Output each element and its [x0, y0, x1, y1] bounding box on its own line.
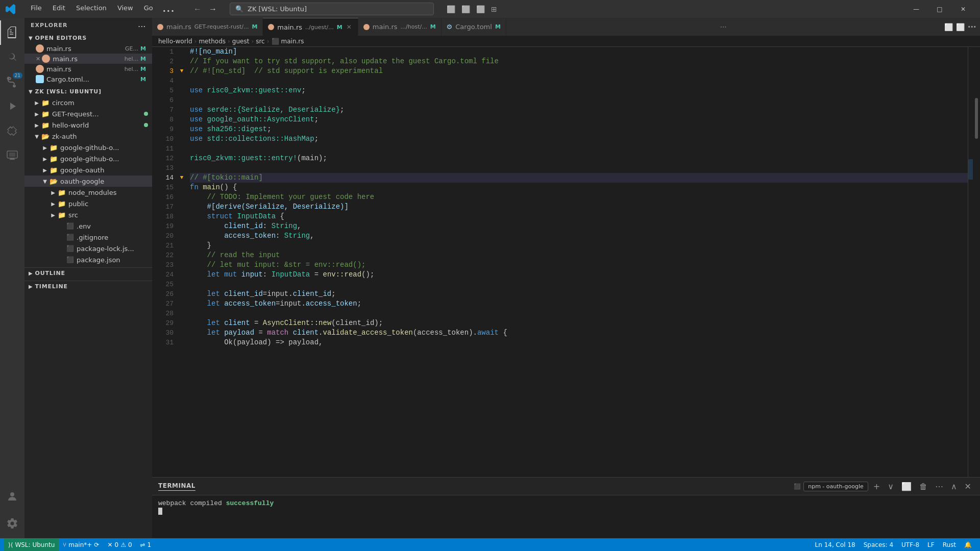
terminal-more-icon[interactable]: ⋯	[933, 481, 946, 492]
sidebar-more-icon[interactable]: ...	[138, 22, 146, 29]
tree-item-zk-auth[interactable]: ▼ 📂 zk-auth	[24, 131, 152, 142]
branch-icon: ⑂	[63, 541, 66, 548]
tree-item-gitignore[interactable]: ⬛ .gitignore	[24, 232, 152, 243]
menu-view[interactable]: View	[113, 3, 137, 15]
tab-3[interactable]: ⚙ Cargo.toml M	[442, 18, 506, 36]
open-editor-item-1[interactable]: ✕ main.rs hel... M	[24, 54, 152, 64]
gutter-4	[178, 76, 186, 86]
sidebar: EXPLORER ... ▼ OPEN EDITORS main.rs GE..…	[24, 18, 152, 538]
tree-item-node-modules[interactable]: ▶ 📁 node_modules	[24, 187, 152, 198]
tree-item-src[interactable]: ▶ 📁 src	[24, 209, 152, 220]
gutter-12	[178, 154, 186, 163]
tree-item-ggo-1[interactable]: ▶ 📁 google-github-o...	[24, 142, 152, 153]
close-button[interactable]: ✕	[951, 0, 975, 18]
status-ln-col[interactable]: Ln 14, Col 18	[811, 538, 860, 551]
menu-edit[interactable]: Edit	[48, 3, 69, 15]
open-editor-item-2[interactable]: main.rs hel... M	[24, 64, 152, 74]
layout-btn-4[interactable]: ⊞	[488, 4, 500, 14]
breadcrumb-part-1[interactable]: methods	[199, 38, 226, 45]
status-language[interactable]: Rust	[939, 538, 960, 551]
terminal-tab[interactable]: TERMINAL	[158, 482, 195, 491]
activity-item-settings[interactable]	[0, 511, 24, 536]
timeline-header[interactable]: ▶ TIMELINE	[24, 281, 152, 292]
tree-item-public[interactable]: ▶ 📁 public	[24, 198, 152, 209]
status-bell[interactable]: 🔔	[960, 538, 976, 551]
status-branch[interactable]: ⑂ main*+ ⟳	[59, 538, 103, 551]
terminal-chevron-icon[interactable]: ∨	[885, 481, 896, 492]
activity-item-accounts[interactable]	[0, 484, 24, 509]
tab-close-1[interactable]: ✕	[346, 23, 353, 31]
tab-more-button[interactable]: ⋯	[715, 18, 731, 36]
menu-file[interactable]: File	[27, 3, 46, 15]
gutter-3[interactable]: ▼	[178, 66, 186, 76]
tree-item-oauth-google[interactable]: ▼ 📂 oauth-google	[24, 176, 152, 187]
breadcrumb-part-2[interactable]: guest	[232, 38, 250, 45]
menu-more[interactable]: ...	[160, 3, 178, 15]
status-errors[interactable]: ✕ 0 ⚠ 0	[103, 538, 136, 551]
open-editor-item-3[interactable]: Cargo.toml... M	[24, 74, 152, 84]
editor-layout-icon[interactable]: ⬜	[956, 23, 965, 31]
code-line-28	[190, 309, 968, 318]
tree-item-env[interactable]: ⬛ .env	[24, 220, 152, 232]
activity-item-explorer[interactable]	[0, 20, 24, 45]
open-editor-name-3: Cargo.toml...	[46, 76, 140, 83]
forward-button[interactable]: →	[206, 4, 219, 15]
menu-selection[interactable]: Selection	[72, 3, 111, 15]
workspace-section[interactable]: ▼ ZK [WSL: UBUNTU]	[24, 86, 152, 97]
close-icon-1[interactable]: ✕	[36, 56, 40, 62]
tree-item-packagelock[interactable]: ⬛ package-lock.js...	[24, 243, 152, 254]
status-spaces[interactable]: Spaces: 4	[860, 538, 897, 551]
tab-1[interactable]: main.rs ../guest/... M ✕	[263, 18, 358, 36]
breadcrumb-part-4[interactable]: main.rs	[281, 38, 304, 45]
breadcrumb-part-0[interactable]: hello-world	[158, 38, 192, 45]
terminal-add-icon[interactable]: +	[871, 481, 883, 492]
outline-header[interactable]: ▶ OUTLINE	[24, 268, 152, 279]
status-wsl[interactable]: ⟩⟨ WSL: Ubuntu	[4, 538, 59, 551]
tree-item-circom[interactable]: ▶ 📁 circom	[24, 97, 152, 108]
tab-2[interactable]: main.rs .../host/... M	[358, 18, 442, 36]
maximize-button[interactable]: □	[928, 0, 951, 18]
title-search-bar[interactable]: 🔍 ZK [WSL: Ubuntu]	[230, 3, 434, 15]
status-encoding[interactable]: UTF-8	[897, 538, 923, 551]
code-editor[interactable]: 1 2 3 4 5 6 7 8 9 10 11 12 13 14 15 16 1	[152, 47, 980, 477]
code-content[interactable]: #![no_main] // If you want to try std su…	[186, 47, 968, 477]
open-editors-section[interactable]: ▼ OPEN EDITORS	[24, 33, 152, 43]
folder-label-ggo2: google-github-o...	[60, 155, 152, 163]
tree-item-google-oauth[interactable]: ▶ 📁 google-oauth	[24, 164, 152, 176]
tree-item-get-request[interactable]: ▶ 📁 GET-request...	[24, 108, 152, 119]
code-line-4	[190, 76, 968, 86]
layout-btn-1[interactable]: ⬜	[444, 4, 458, 14]
terminal-layout-icon[interactable]: ⬜	[899, 481, 914, 492]
back-button[interactable]: ←	[191, 4, 204, 15]
activity-item-extensions[interactable]	[0, 118, 24, 143]
line-num-27: 27	[152, 299, 174, 309]
minimize-button[interactable]: —	[904, 0, 928, 18]
terminal-badge[interactable]: npm - oauth-google	[803, 482, 868, 491]
terminal-trash-icon[interactable]: 🗑	[917, 481, 930, 492]
menu-go[interactable]: Go	[140, 3, 157, 15]
activity-item-search[interactable]	[0, 45, 24, 69]
terminal-close-icon[interactable]: ✕	[962, 481, 974, 492]
layout-btn-2[interactable]: ⬜	[459, 4, 473, 14]
layout-btn-3[interactable]: ⬜	[474, 4, 487, 14]
activity-item-source-control[interactable]: 21	[0, 69, 24, 94]
status-line-ending[interactable]: LF	[923, 538, 939, 551]
editor-scrollbar[interactable]	[973, 47, 980, 477]
tree-item-packagejson[interactable]: ⬛ package.json	[24, 254, 152, 265]
activity-item-run[interactable]	[0, 94, 24, 118]
open-editor-badge-0: M	[140, 45, 146, 52]
editor-more-icon[interactable]: ⋯	[968, 22, 976, 32]
activity-item-remote-explorer[interactable]	[0, 143, 24, 167]
code-line-25	[190, 280, 968, 289]
tree-item-hello-world[interactable]: ▶ 📁 hello-world	[24, 119, 152, 131]
open-editor-item-0[interactable]: main.rs GE... M	[24, 43, 152, 54]
split-editor-icon[interactable]: ⬜	[944, 23, 953, 31]
tree-item-ggo-2[interactable]: ▶ 📁 google-github-o...	[24, 153, 152, 164]
tab-0[interactable]: main.rs GET-request-rust/... M	[152, 18, 263, 36]
breadcrumb-part-3[interactable]: src	[256, 38, 265, 45]
sync-icon: ⟳	[94, 541, 99, 548]
status-port[interactable]: ⇌ 1	[136, 538, 156, 551]
terminal-body[interactable]: webpack compiled successfully	[152, 495, 980, 538]
gutter-14[interactable]: ▼	[178, 173, 186, 183]
terminal-up-icon[interactable]: ∧	[948, 481, 960, 492]
